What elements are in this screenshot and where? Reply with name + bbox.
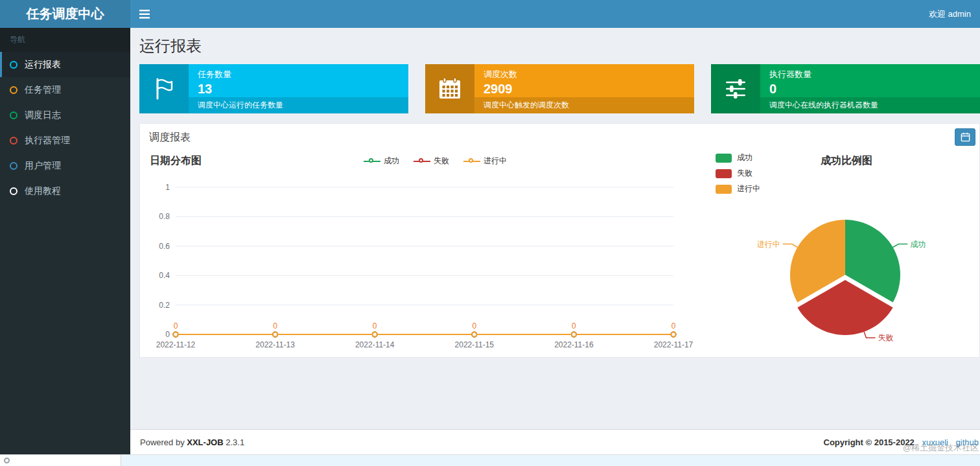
svg-text:0.4: 0.4 bbox=[159, 271, 170, 280]
calendar-icon bbox=[961, 132, 970, 142]
info-box-value: 2909 bbox=[484, 82, 686, 97]
svg-text:0: 0 bbox=[174, 321, 178, 331]
legend-swatch bbox=[716, 169, 732, 178]
main-content: 运行报表 任务数量13调度中心运行的任务数量调度次数2909调度中心触发的调度次… bbox=[130, 28, 980, 454]
line-series-marker bbox=[364, 157, 380, 165]
info-box-footer: 调度中心运行的任务数量 bbox=[189, 97, 408, 113]
sidebar: 导航 运行报表任务管理调度日志执行器管理用户管理使用教程 bbox=[0, 28, 130, 454]
svg-text:成功: 成功 bbox=[910, 240, 926, 249]
svg-text:0.2: 0.2 bbox=[159, 301, 170, 310]
svg-text:0: 0 bbox=[572, 321, 576, 331]
svg-text:2022-11-13: 2022-11-13 bbox=[255, 340, 295, 349]
circle-o-icon bbox=[10, 187, 18, 195]
legend-label: 失败 bbox=[737, 168, 752, 179]
bottom-overlay-strip bbox=[0, 454, 980, 466]
powered-prefix: Powered by bbox=[140, 437, 185, 447]
sidebar-item-label: 执行器管理 bbox=[25, 135, 70, 146]
info-box-value: 0 bbox=[769, 82, 972, 97]
circle-o-icon bbox=[10, 61, 18, 69]
sidebar-item-label: 任务管理 bbox=[25, 84, 61, 96]
svg-text:0: 0 bbox=[472, 321, 476, 331]
sidebar-item-schedule-log[interactable]: 调度日志 bbox=[0, 102, 130, 128]
info-boxes: 任务数量13调度中心运行的任务数量调度次数2909调度中心触发的调度次数执行器数… bbox=[139, 64, 980, 113]
legend-label: 成功 bbox=[737, 152, 752, 163]
line-series-marker bbox=[463, 157, 480, 165]
calendar-icon bbox=[438, 77, 462, 100]
svg-text:2022-11-14: 2022-11-14 bbox=[355, 340, 395, 349]
sidebar-toggle-button[interactable] bbox=[130, 0, 159, 28]
circle-o-icon bbox=[10, 137, 18, 145]
sliders-icon bbox=[725, 78, 747, 99]
info-box-0: 任务数量13调度中心运行的任务数量 bbox=[139, 64, 408, 113]
copyright-text: Copyright © 2015-2022 bbox=[824, 437, 915, 447]
svg-text:0: 0 bbox=[273, 321, 277, 331]
sidebar-item-run-report[interactable]: 运行报表 bbox=[0, 52, 130, 77]
svg-text:0.8: 0.8 bbox=[159, 212, 170, 221]
circle-o-icon bbox=[10, 162, 18, 170]
page-title: 运行报表 bbox=[139, 36, 980, 56]
info-box-title: 执行器数量 bbox=[769, 69, 972, 80]
top-navbar: 任务调度中心 欢迎 admin bbox=[0, 0, 980, 28]
pie-legend-item-1[interactable]: 失败 bbox=[716, 168, 760, 179]
line-series-marker bbox=[414, 157, 430, 165]
svg-text:0: 0 bbox=[671, 321, 676, 331]
line-legend-item-0[interactable]: 成功 bbox=[364, 156, 399, 167]
line-chart-title: 日期分布图 bbox=[150, 154, 202, 168]
sidebar-item-user-manage[interactable]: 用户管理 bbox=[0, 153, 130, 178]
report-panel: 调度报表 日期分布图 成功失败进行中 00.20.40.60.812022-11… bbox=[139, 123, 980, 358]
legend-swatch bbox=[716, 154, 732, 163]
info-box-icon-area bbox=[139, 64, 189, 113]
svg-text:2022-11-12: 2022-11-12 bbox=[156, 340, 196, 349]
sidebar-item-job-manage[interactable]: 任务管理 bbox=[0, 77, 130, 102]
svg-text:失败: 失败 bbox=[878, 333, 893, 342]
line-chart-legend: 成功失败进行中 bbox=[364, 156, 507, 167]
welcome-text: 欢迎 admin bbox=[929, 0, 971, 28]
pie-legend-item-0[interactable]: 成功 bbox=[716, 152, 760, 163]
info-box-icon-area bbox=[425, 64, 474, 113]
flag-icon bbox=[153, 77, 175, 100]
legend-label: 成功 bbox=[384, 156, 399, 167]
watermark: @稀土掘金技术社区 bbox=[903, 442, 979, 454]
sidebar-item-executor-manage[interactable]: 执行器管理 bbox=[0, 128, 130, 153]
line-legend-item-1[interactable]: 失败 bbox=[414, 156, 449, 167]
footer-brand-link[interactable]: XXL-JOB bbox=[187, 437, 223, 447]
svg-text:2022-11-15: 2022-11-15 bbox=[455, 340, 495, 349]
line-chart: 00.20.40.60.812022-11-122022-11-132022-1… bbox=[140, 176, 704, 351]
pie-chart-title: 成功比例图 bbox=[791, 154, 902, 168]
circle-o-icon bbox=[10, 86, 18, 94]
circle-o-icon bbox=[10, 111, 18, 119]
sidebar-menu: 运行报表任务管理调度日志执行器管理用户管理使用教程 bbox=[0, 52, 130, 204]
line-legend-item-2[interactable]: 进行中 bbox=[463, 156, 507, 167]
date-range-button[interactable] bbox=[955, 128, 975, 146]
sidebar-item-label: 使用教程 bbox=[25, 185, 61, 197]
info-box-footer: 调度中心触发的调度次数 bbox=[474, 97, 694, 113]
legend-label: 失败 bbox=[434, 156, 449, 167]
svg-text:0: 0 bbox=[373, 321, 377, 331]
footer-powered-by: Powered by XXL-JOB 2.3.1 bbox=[140, 437, 244, 447]
info-box-1: 调度次数2909调度中心触发的调度次数 bbox=[425, 64, 694, 113]
circle-icon bbox=[4, 458, 10, 463]
svg-text:进行中: 进行中 bbox=[757, 240, 780, 249]
overlay-window-corner bbox=[0, 455, 121, 466]
info-box-title: 任务数量 bbox=[198, 69, 401, 80]
svg-text:2022-11-16: 2022-11-16 bbox=[554, 340, 594, 349]
app-logo[interactable]: 任务调度中心 bbox=[0, 0, 130, 28]
info-box-footer: 调度中心在线的执行器机器数量 bbox=[760, 97, 980, 113]
legend-label: 进行中 bbox=[484, 156, 507, 167]
sidebar-item-tutorial[interactable]: 使用教程 bbox=[0, 178, 130, 204]
sidebar-nav-label: 导航 bbox=[0, 28, 130, 52]
svg-text:0: 0 bbox=[165, 330, 170, 339]
info-box-title: 调度次数 bbox=[484, 69, 686, 80]
svg-text:1: 1 bbox=[165, 183, 170, 192]
info-box-icon-area bbox=[711, 64, 760, 113]
sidebar-item-label: 用户管理 bbox=[25, 160, 61, 172]
footer-version: 2.3.1 bbox=[226, 437, 244, 447]
panel-title: 调度报表 bbox=[149, 131, 191, 145]
sidebar-item-label: 调度日志 bbox=[25, 110, 61, 121]
sidebar-item-label: 运行报表 bbox=[25, 59, 61, 71]
pie-chart: 成功失败进行中 bbox=[710, 185, 980, 357]
info-box-2: 执行器数量0调度中心在线的执行器机器数量 bbox=[711, 64, 980, 113]
info-box-value: 13 bbox=[198, 82, 401, 97]
footer: Powered by XXL-JOB 2.3.1 Copyright © 201… bbox=[130, 429, 980, 454]
bars-icon bbox=[139, 10, 150, 19]
